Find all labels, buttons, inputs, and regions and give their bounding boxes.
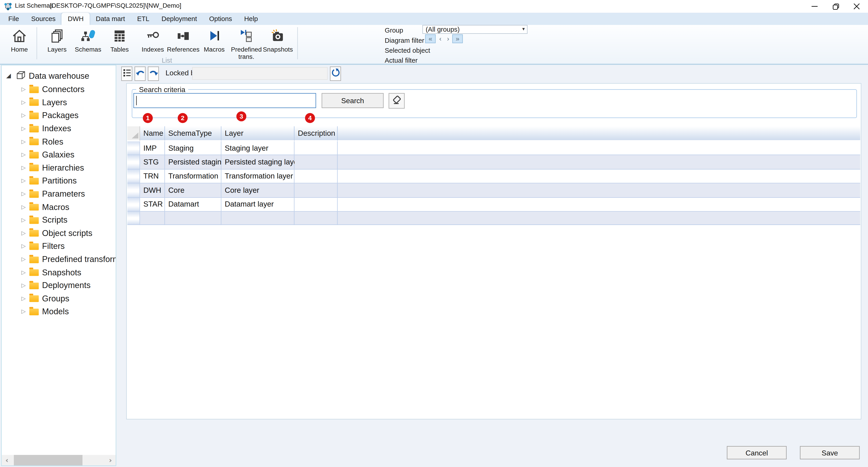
tree-item-partitions[interactable]: ▷Partitions <box>2 174 116 187</box>
ribbon-separator <box>297 27 298 59</box>
scroll-right-arrow[interactable]: › <box>105 455 116 466</box>
close-button[interactable] <box>848 0 865 13</box>
menu-bar: File Sources DWH Data mart ETL Deploymen… <box>0 13 868 25</box>
search-button[interactable]: Search <box>322 93 383 108</box>
tree-item-parameters[interactable]: ▷Parameters <box>2 187 116 200</box>
column-header-description[interactable]: Description <box>294 126 338 141</box>
tree-item-connectors[interactable]: ▷Connectors <box>2 83 116 96</box>
row-selector[interactable] <box>127 183 140 198</box>
cancel-button[interactable]: Cancel <box>727 446 786 459</box>
minimize-button[interactable] <box>806 0 823 13</box>
tree-item-hierarchies[interactable]: ▷Hierarchies <box>2 161 116 174</box>
group-dropdown[interactable]: (All groups) ▾ <box>423 25 528 34</box>
diagram-filter-last-button[interactable]: » <box>452 34 463 43</box>
expander-collapsed-icon[interactable]: ▷ <box>20 217 27 223</box>
table-row-stg[interactable]: STG Persisted staging Persisted staging … <box>127 155 860 170</box>
locked-by-field[interactable] <box>192 67 328 80</box>
menu-sources[interactable]: Sources <box>25 13 62 25</box>
save-button[interactable]: Save <box>800 446 860 459</box>
menu-data-mart[interactable]: Data mart <box>90 13 131 25</box>
diagram-filter-first-button[interactable]: « <box>425 34 436 43</box>
scrollbar-thumb[interactable] <box>14 455 83 466</box>
select-all-corner[interactable] <box>127 126 140 141</box>
expander-collapsed-icon[interactable]: ▷ <box>20 269 27 275</box>
search-input[interactable] <box>133 93 316 108</box>
menu-options[interactable]: Options <box>203 13 238 25</box>
tree-item-deployments[interactable]: ▷Deployments <box>2 279 116 292</box>
ribbon-indexes-button[interactable]: Indexes <box>137 26 168 60</box>
tree-item-predefined-transformations[interactable]: ▷Predefined transformations <box>2 253 116 266</box>
tree-item-snapshots[interactable]: ▷Snapshots <box>2 266 116 279</box>
ribbon-tables-button[interactable]: Tables <box>104 26 135 60</box>
expander-collapsed-icon[interactable]: ▷ <box>20 282 27 288</box>
tree-horizontal-scrollbar[interactable]: ‹ › <box>2 455 116 466</box>
tree-item-galaxies[interactable]: ▷Galaxies <box>2 148 116 161</box>
expander-collapsed-icon[interactable]: ▷ <box>20 230 27 236</box>
menu-help[interactable]: Help <box>238 13 264 25</box>
titlebar[interactable]: List Schemas [DESKTOP-7QLGMPF\SQL2025]\[… <box>0 0 868 13</box>
expander-collapsed-icon[interactable]: ▷ <box>20 138 27 144</box>
ribbon-home-button[interactable]: Home <box>4 26 35 60</box>
table-row-dwh[interactable]: DWH Core Core layer <box>127 183 860 198</box>
expander-collapsed-icon[interactable]: ▷ <box>20 295 27 301</box>
ribbon-references-button[interactable]: References <box>168 26 199 60</box>
tree-root-data-warehouse[interactable]: ◢ Data warehouse <box>2 68 116 83</box>
menu-dwh-active[interactable]: DWH <box>62 13 90 25</box>
ribbon-snapshots-button[interactable]: Snapshots <box>262 26 293 60</box>
row-selector[interactable] <box>127 170 140 183</box>
diagram-filter-prev-button[interactable]: ‹ <box>437 34 444 43</box>
expander-expanded-icon[interactable]: ◢ <box>5 72 12 79</box>
row-selector[interactable] <box>127 198 140 211</box>
expander-collapsed-icon[interactable]: ▷ <box>20 125 27 132</box>
expander-collapsed-icon[interactable]: ▷ <box>20 151 27 157</box>
redo-button[interactable] <box>148 66 159 81</box>
expander-collapsed-icon[interactable]: ▷ <box>20 99 27 105</box>
tree-item-roles[interactable]: ▷Roles <box>2 135 116 148</box>
ribbon-layers-button[interactable]: Layers <box>41 26 72 60</box>
restore-button[interactable] <box>827 0 844 13</box>
tree-item-filters[interactable]: ▷Filters <box>2 239 116 253</box>
tree-item-indexes[interactable]: ▷Indexes <box>2 122 116 135</box>
row-selector[interactable] <box>127 211 140 225</box>
tree-item-groups[interactable]: ▷Groups <box>2 292 116 305</box>
row-selector[interactable] <box>127 155 140 170</box>
expander-collapsed-icon[interactable]: ▷ <box>20 256 27 262</box>
refresh-button[interactable] <box>330 66 341 81</box>
tree-item-layers[interactable]: ▷Layers <box>2 96 116 109</box>
table-new-row[interactable] <box>127 211 860 225</box>
ribbon-macros-button[interactable]: Macros <box>199 26 230 60</box>
expander-collapsed-icon[interactable]: ▷ <box>20 243 27 249</box>
expander-collapsed-icon[interactable]: ▷ <box>20 178 27 184</box>
diagram-filter-next-button[interactable]: › <box>445 34 452 43</box>
scroll-left-arrow[interactable]: ‹ <box>2 455 12 466</box>
tree-item-object-scripts[interactable]: ▷Object scripts <box>2 226 116 239</box>
table-row-imp[interactable]: IMP Staging Staging layer <box>127 141 860 155</box>
table-row-trn[interactable]: TRN Transformation Transformation layer <box>127 170 860 183</box>
list-properties-button[interactable] <box>121 66 132 81</box>
expander-collapsed-icon[interactable]: ▷ <box>20 191 27 197</box>
clear-search-button[interactable] <box>389 93 405 109</box>
tree-item-models[interactable]: ▷Models <box>2 305 116 318</box>
expander-collapsed-icon[interactable]: ▷ <box>20 112 27 118</box>
key-icon <box>145 26 161 46</box>
menu-deployment[interactable]: Deployment <box>156 13 203 25</box>
expander-collapsed-icon[interactable]: ▷ <box>20 204 27 210</box>
tree-item-scripts[interactable]: ▷Scripts <box>2 213 116 227</box>
ribbon-schemas-button[interactable]: Schemas <box>72 26 103 60</box>
menu-etl[interactable]: ETL <box>131 13 156 25</box>
row-selector[interactable] <box>127 141 140 155</box>
tree-item-packages[interactable]: ▷Packages <box>2 109 116 122</box>
ribbon-predefined-trans-button[interactable]: Predefined trans. <box>231 26 262 60</box>
undo-button[interactable] <box>134 66 146 81</box>
menu-file[interactable]: File <box>2 13 25 25</box>
column-header-name[interactable]: Name <box>140 126 165 141</box>
column-header-schematype[interactable]: SchemaType <box>165 126 221 141</box>
column-header-layer[interactable]: Layer <box>221 126 294 141</box>
group-field-label: Group <box>385 27 403 34</box>
tree-item-macros[interactable]: ▷Macros <box>2 200 116 213</box>
expander-collapsed-icon[interactable]: ▷ <box>20 165 27 171</box>
folder-icon <box>29 204 39 211</box>
table-row-star[interactable]: STAR Datamart Datamart layer <box>127 198 860 211</box>
expander-collapsed-icon[interactable]: ▷ <box>20 86 27 92</box>
expander-collapsed-icon[interactable]: ▷ <box>20 309 27 315</box>
